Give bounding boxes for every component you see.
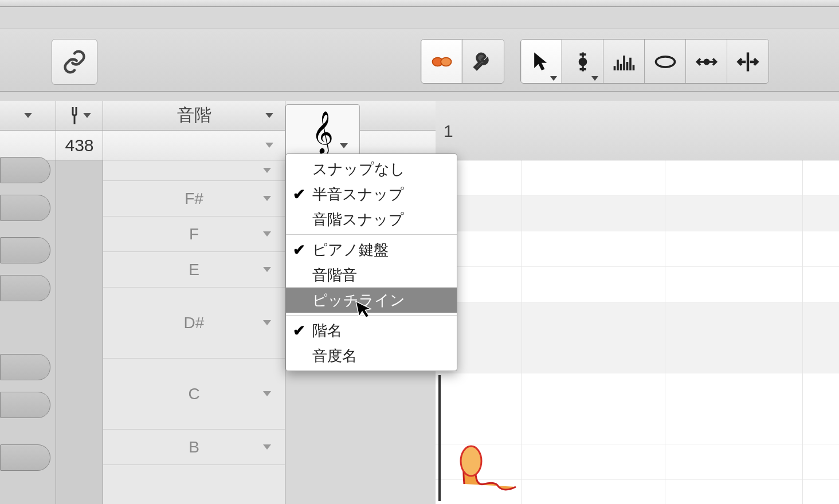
note-label: B [189,438,199,456]
scale-dropdown[interactable]: 音階 [103,101,285,130]
chevron-down-icon [263,196,271,201]
chevron-down-icon [263,168,271,173]
note-row[interactable] [103,160,285,181]
scale-label: 音階 [177,104,211,127]
note-label: F [189,225,199,243]
note-row[interactable]: B [103,430,285,465]
chevron-down-icon [591,76,598,81]
note-row[interactable]: D# [103,288,285,359]
link-button[interactable] [52,39,97,85]
menu-label: 音階音 [312,265,357,285]
tuning-fork-header[interactable] [56,101,103,130]
menu-item-semitone-snap[interactable]: ✔ 半音スナップ [286,182,457,207]
pitch-tool-icon [570,49,595,74]
menu-separator [286,234,457,235]
menu-label: 音階スナップ [312,210,404,230]
audio-waveform-icon [447,438,533,495]
pointer-tool[interactable] [521,40,562,84]
menu-item-scale-notes[interactable]: 音階音 [286,262,457,288]
chevron-down-icon [265,113,273,118]
menu-label: スナップなし [312,159,405,179]
svg-point-2 [579,59,586,65]
menu-label: 音度名 [312,346,357,366]
chevron-down-icon [263,267,271,272]
menu-label: ピッチライン [312,290,405,310]
check-icon: ✔ [293,241,305,259]
note-label-column: F# F E D# C B [103,160,285,504]
menu-label: ピアノ鍵盤 [312,240,389,260]
chevron-down-icon [263,231,271,237]
piano-key[interactable] [0,354,50,380]
segment-tool-icon [735,49,760,74]
piano-key[interactable] [0,392,50,418]
wrench-icon [471,49,496,74]
pulse-tool-icon [611,49,637,74]
chevron-down-icon [263,320,271,325]
check-icon: ✔ [293,322,305,340]
piano-key[interactable] [0,444,50,471]
pulse-tool[interactable] [603,40,645,84]
menu-item-scale-snap[interactable]: 音階スナップ [286,207,457,232]
check-icon: ✔ [293,186,305,203]
piano-key[interactable] [0,195,50,221]
svg-point-3 [656,57,675,67]
clef-dropdown[interactable]: 𝄞 [285,104,360,159]
audio-blobs-icon [429,49,454,74]
menu-item-piano-keyboard[interactable]: ✔ ピアノ鍵盤 [286,237,457,262]
chevron-down-icon [263,391,271,396]
note-row[interactable]: C [103,359,285,430]
chevron-down-icon [24,113,32,118]
note-label: E [189,261,199,279]
chevron-down-icon [263,444,271,450]
bar-number: 1 [444,121,453,141]
piano-key-column [0,160,56,504]
playhead[interactable] [438,375,441,501]
chevron-down-icon [550,76,557,81]
link-icon [62,49,87,74]
note-row[interactable]: F# [103,181,285,216]
track-indicator-column [56,160,103,504]
chevron-down-icon [83,113,91,118]
pointer-tool-icon [529,49,554,74]
hresize-tool-icon [694,49,719,74]
note-label: C [188,385,199,403]
menu-separator [286,315,457,316]
note-label: D# [184,314,205,332]
col1-value [0,131,56,160]
svg-point-4 [704,60,708,64]
menu-item-solfege[interactable]: ✔ 階名 [286,318,457,343]
chevron-down-icon [340,143,348,148]
oval-tool[interactable] [645,40,686,84]
tuning-value: 438 [65,136,93,155]
menu-item-pitch-line[interactable]: ピッチライン [286,288,457,313]
pitch-tool[interactable] [562,40,603,84]
oval-tool-icon [653,49,678,74]
tuning-fork-icon [68,105,81,126]
chevron-down-icon [265,143,273,148]
edit-tool-group [520,39,769,84]
piano-key[interactable] [0,157,50,183]
scale-value-cell[interactable] [103,131,285,160]
piano-key[interactable] [0,275,50,301]
timeline-header[interactable]: 1 [436,101,839,160]
note-row[interactable]: F [103,216,285,252]
audio-tool-group [421,39,504,84]
menu-label: 階名 [312,321,342,341]
svg-point-5 [461,446,481,476]
menu-label: 半音スナップ [312,184,404,204]
menu-item-degree-name[interactable]: 音度名 [286,343,457,368]
clef-dropdown-menu: スナップなし ✔ 半音スナップ 音階スナップ ✔ ピアノ鍵盤 音階音 ピッチライ… [285,153,457,371]
hresize-tool[interactable] [686,40,727,84]
wrench-tool[interactable] [462,40,504,84]
audio-blobs-tool[interactable] [421,40,462,84]
note-row[interactable]: E [103,252,285,288]
menu-item-no-snap[interactable]: スナップなし [286,156,457,182]
audio-blob[interactable] [447,438,533,498]
tuning-value-cell[interactable]: 438 [56,131,103,160]
svg-point-1 [441,58,451,66]
piano-key[interactable] [0,237,50,263]
col1-header[interactable] [0,101,56,130]
note-label: F# [185,190,203,208]
segment-tool[interactable] [727,40,769,84]
treble-clef-icon: 𝄞 [312,111,334,153]
